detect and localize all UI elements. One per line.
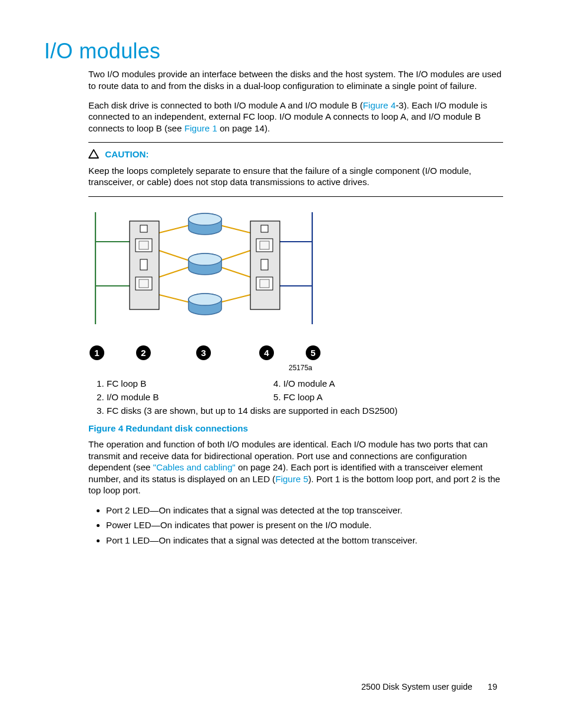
figure-4-link[interactable]: Figure 4 bbox=[363, 100, 396, 110]
bullet-item: Port 1 LED—On indicates that a signal wa… bbox=[106, 535, 503, 546]
footer-doc-title: 2500 Disk System user guide bbox=[361, 682, 472, 691]
svg-rect-25 bbox=[261, 259, 268, 270]
caution-label: CAUTION: bbox=[105, 149, 148, 160]
svg-rect-15 bbox=[140, 225, 147, 232]
svg-rect-17 bbox=[139, 241, 148, 249]
bullet-item: Power LED—On indicates that power is pre… bbox=[106, 519, 503, 531]
legend-item-2: 2. I/O module B bbox=[97, 391, 273, 403]
svg-rect-20 bbox=[139, 279, 148, 288]
intro-paragraph-1: Two I/O modules provide an interface bet… bbox=[88, 68, 503, 91]
text-run: on page 14). bbox=[217, 123, 270, 133]
legend-item-1: 1. FC loop B bbox=[97, 378, 273, 389]
svg-point-31 bbox=[189, 253, 222, 265]
bullet-item: Port 2 LED—On indicates that a signal wa… bbox=[106, 505, 503, 516]
caution-icon bbox=[88, 149, 99, 161]
callout-5: 5 bbox=[306, 345, 320, 360]
body-column: Two I/O modules provide an interface bet… bbox=[88, 68, 503, 546]
svg-rect-24 bbox=[260, 241, 269, 249]
legend-item-5: 5. FC loop A bbox=[273, 391, 323, 403]
led-bullet-list: Port 2 LED—On indicates that a signal wa… bbox=[88, 505, 503, 546]
svg-rect-22 bbox=[261, 225, 268, 232]
figure-5-link[interactable]: Figure 5 bbox=[275, 474, 308, 484]
text-run: Each disk drive is connected to both I/O… bbox=[88, 100, 363, 110]
divider bbox=[88, 142, 503, 143]
figure-id: 25175a bbox=[88, 364, 312, 373]
page-title: I/O modules bbox=[44, 38, 562, 65]
svg-point-33 bbox=[189, 294, 222, 305]
figure-1-link[interactable]: Figure 1 bbox=[184, 123, 217, 133]
page-number: 19 bbox=[488, 681, 497, 693]
callout-row: 1 2 3 4 5 bbox=[88, 345, 401, 360]
caution-block: CAUTION: Keep the loops completely separ… bbox=[88, 149, 503, 187]
svg-rect-18 bbox=[140, 259, 147, 270]
svg-point-29 bbox=[189, 213, 222, 225]
legend-item-4: 4. I/O module A bbox=[273, 378, 335, 389]
callout-2: 2 bbox=[136, 345, 151, 360]
callout-4: 4 bbox=[259, 345, 274, 360]
divider bbox=[88, 196, 503, 197]
figure-caption: Figure 4 Redundant disk connections bbox=[88, 423, 503, 434]
caution-text: Keep the loops completely separate to en… bbox=[88, 165, 503, 188]
figure-4-diagram: 1 2 3 4 5 25175a bbox=[88, 206, 401, 373]
cables-link[interactable]: "Cables and cabling" bbox=[153, 462, 236, 472]
callout-1: 1 bbox=[90, 345, 104, 360]
page-footer: 2500 Disk System user guide 19 bbox=[0, 681, 497, 693]
callout-3: 3 bbox=[196, 345, 211, 360]
legend: 1. FC loop B 4. I/O module A 2. I/O modu… bbox=[97, 378, 503, 417]
legend-item-3: 3. FC disks (3 are shown, but up to 14 d… bbox=[97, 405, 398, 416]
svg-rect-27 bbox=[260, 279, 269, 288]
operation-paragraph: The operation and function of both I/O m… bbox=[88, 439, 503, 496]
intro-paragraph-2: Each disk drive is connected to both I/O… bbox=[88, 100, 503, 134]
